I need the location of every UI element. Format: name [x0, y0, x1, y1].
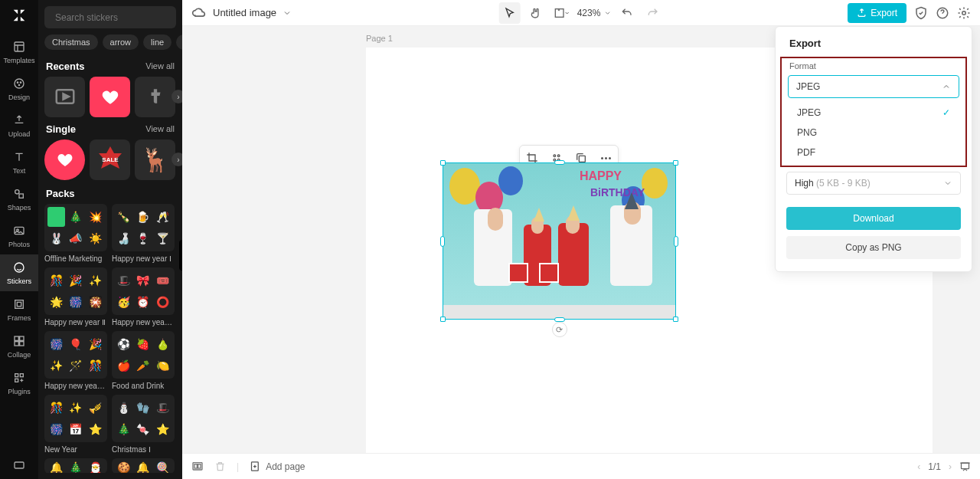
chip-arrow[interactable]: arrow [103, 34, 139, 49]
sticker-tile[interactable] [90, 77, 130, 117]
pack-tile[interactable]: 🍾🍺🥂🍶🍷🍸 Happy new year Ⅰ [112, 204, 175, 267]
redo-button[interactable] [642, 2, 663, 24]
resize-tool[interactable] [551, 2, 573, 24]
sticker-tile[interactable] [135, 77, 175, 117]
format-option-jpeg[interactable]: JPEG✓ [788, 103, 959, 123]
rail-label: Text [13, 167, 26, 175]
pack-tile[interactable]: 🎄💥🐰📣☀️ Offline Marketing [44, 204, 107, 267]
pages-view-icon[interactable] [191, 461, 204, 473]
svg-point-4 [18, 84, 19, 85]
pack-tile[interactable]: 🎩🎀🎟️🥳⏰⭕ Happy new year Ⅲ [112, 267, 175, 331]
pack-tile[interactable]: 🎊✨🎺🎆📅⭐ New Year [44, 395, 107, 458]
page-label: Page 1 [366, 34, 393, 43]
svg-rect-18 [15, 379, 18, 382]
present-icon[interactable] [959, 461, 971, 472]
pack-tile[interactable]: 🔔🎄🎅 [44, 458, 107, 473]
canvas-area[interactable]: Page 1 HAPPY BiRTH [182, 26, 980, 453]
format-selected-value: JPEG [796, 81, 820, 92]
export-panel-title: Export [776, 38, 972, 57]
next-page-icon[interactable]: › [949, 461, 952, 472]
frames-icon [12, 297, 26, 311]
recents-viewall[interactable]: View all [145, 61, 175, 71]
single-viewall[interactable]: View all [145, 124, 175, 133]
download-button[interactable]: Download [786, 207, 961, 230]
svg-text:SALE: SALE [102, 156, 119, 163]
packs-title: Packs [38, 180, 182, 204]
hand-tool[interactable] [525, 2, 547, 24]
recents-title: Recents [46, 61, 85, 72]
rotate-handle[interactable]: ⟳ [552, 322, 567, 337]
rail-label: Frames [8, 314, 31, 322]
copy-png-button[interactable]: Copy as PNG [786, 236, 961, 259]
svg-rect-14 [15, 342, 18, 346]
export-button[interactable]: Export [848, 3, 906, 23]
delete-page-icon[interactable] [214, 461, 226, 472]
rail-label: Templates [3, 57, 34, 64]
quality-select[interactable]: High (5 KB - 9 KB) [786, 172, 961, 195]
pack-tile[interactable]: ⛄🧤🎩🎄🍬⭐ Christmas Ⅰ [112, 395, 175, 458]
sticker-tile[interactable]: 🦌 [135, 139, 175, 180]
check-icon: ✓ [942, 107, 950, 118]
prev-page-icon[interactable]: ‹ [917, 461, 920, 472]
sticker-tile[interactable] [44, 139, 85, 180]
stickers-sidebar: Christmas arrow line circ Recents View a… [38, 0, 182, 479]
image-content: HAPPY BiRTHDAY [443, 163, 675, 319]
pack-tile[interactable]: 🍪🔔🍭 [112, 458, 175, 473]
search-input[interactable] [55, 12, 170, 23]
document-title[interactable]: Untitled image [213, 7, 276, 18]
chip-line[interactable]: line [143, 34, 172, 49]
svg-rect-13 [20, 336, 24, 340]
settings-icon[interactable] [957, 6, 971, 20]
search-box[interactable] [44, 6, 176, 28]
rail-shapes[interactable]: Shapes [0, 181, 38, 218]
svg-point-9 [15, 263, 24, 272]
cursor-tool[interactable] [499, 2, 521, 24]
svg-rect-6 [19, 194, 23, 198]
undo-button[interactable] [616, 2, 637, 24]
app-logo[interactable] [10, 6, 28, 25]
pack-tile[interactable]: 🎊🎉✨🌟🎆🎇 Happy new year Ⅱ [44, 267, 107, 331]
cloud-icon[interactable] [191, 5, 207, 21]
add-page-label: Add page [266, 461, 305, 472]
rail-misc-icon[interactable] [0, 451, 38, 479]
single-row: SALE 🦌 › [38, 139, 182, 180]
svg-rect-11 [17, 302, 21, 306]
rail-frames[interactable]: Frames [0, 291, 38, 328]
rail-upload[interactable]: Upload [0, 107, 38, 144]
rail-plugins[interactable]: Plugins [0, 365, 38, 402]
pack-tile[interactable]: 🎆🎈🎉✨🪄🎊 Happy new year Ⅳ [44, 331, 107, 395]
format-option-pdf[interactable]: PDF [788, 143, 959, 162]
shield-icon[interactable] [914, 6, 928, 20]
svg-point-3 [20, 82, 21, 83]
svg-point-27 [962, 11, 966, 15]
svg-rect-33 [579, 156, 585, 162]
recents-row: › [38, 77, 182, 117]
sticker-tile[interactable]: SALE [90, 139, 130, 180]
pack-label: Happy new year Ⅰ [112, 251, 175, 267]
pack-label: Happy new year Ⅲ [112, 315, 175, 331]
selected-image[interactable]: HAPPY BiRTHDAY [443, 162, 676, 320]
rail-stickers[interactable]: Stickers [0, 254, 38, 291]
rail-templates[interactable]: Templates [0, 34, 38, 71]
pack-tile[interactable]: ⚽🍓🍐🍎🥕🍋 Food and Drink [112, 331, 175, 395]
chip-christmas[interactable]: Christmas [44, 34, 98, 49]
zoom-display[interactable]: 423% [577, 8, 612, 18]
help-icon[interactable] [936, 6, 949, 20]
format-select[interactable]: JPEG [788, 75, 959, 98]
add-page-button[interactable]: Add page [250, 461, 305, 472]
format-option-png[interactable]: PNG [788, 123, 959, 143]
chevron-down-icon[interactable] [283, 8, 292, 18]
rail-photos[interactable]: Photos [0, 218, 38, 254]
main-area: Untitled image 423% Export [182, 0, 980, 479]
rail-collage[interactable]: Collage [0, 328, 38, 365]
option-label: JPEG [797, 107, 821, 118]
format-options: JPEG✓ PNG PDF [788, 103, 959, 162]
rail-design[interactable]: Design [0, 71, 38, 107]
svg-rect-12 [15, 336, 18, 340]
sticker-tile[interactable] [44, 77, 85, 117]
chip-circle[interactable]: circ [176, 34, 182, 49]
rail-label: Plugins [8, 388, 31, 395]
rail-text[interactable]: Text [0, 144, 38, 181]
category-chips: Christmas arrow line circ [38, 34, 182, 54]
export-icon [857, 8, 867, 18]
